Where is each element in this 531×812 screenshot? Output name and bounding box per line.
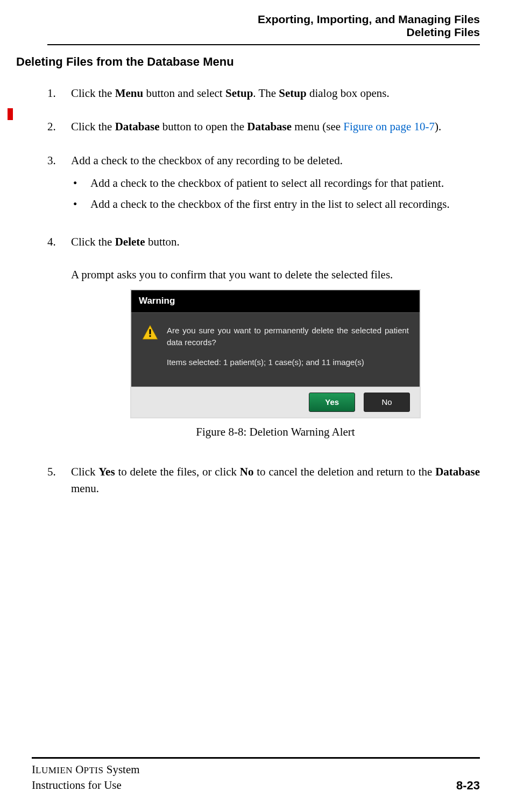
footer-rule	[32, 757, 480, 759]
step-number: 4.	[47, 234, 71, 464]
dialog-footer: Yes No	[131, 387, 420, 417]
step-2: 2. Click the Database button to open the…	[47, 118, 480, 135]
bullet-icon: •	[71, 196, 90, 212]
list-item: • Add a check to the checkbox of the fir…	[71, 196, 480, 212]
footer-doc-type: Instructions for Use	[32, 778, 140, 793]
svg-rect-1	[150, 329, 151, 334]
step-body: Click the Database button to open the Da…	[71, 118, 480, 135]
dialog-body: Are you sure you want to permanently del…	[131, 313, 420, 387]
step-body: Click the Delete button. A prompt asks y…	[71, 234, 480, 464]
figure-caption: Figure 8-8: Deletion Warning Alert	[71, 424, 480, 440]
step-number: 1.	[47, 85, 71, 101]
list-item: • Add a check to the checkbox of patient…	[71, 175, 480, 191]
header-section: Deleting Files	[9, 26, 480, 39]
footer-left: ILUMIEN OPTIS System Instructions for Us…	[32, 762, 140, 793]
step-5: 5. Click Yes to delete the files, or cli…	[47, 464, 480, 496]
bullet-icon: •	[71, 175, 90, 191]
dialog-message-1: Are you sure you want to permanently del…	[167, 325, 409, 349]
step-body: Click Yes to delete the files, or click …	[71, 464, 480, 496]
figure-xref-link[interactable]: Figure on page 10-7	[343, 120, 435, 133]
no-button[interactable]: No	[364, 393, 410, 412]
header-rule	[47, 44, 480, 45]
step-number: 3.	[47, 152, 71, 216]
step-body: Click the Menu button and select Setup. …	[71, 85, 480, 101]
step-4: 4. Click the Delete button. A prompt ask…	[47, 234, 480, 464]
page-header: Exporting, Importing, and Managing Files…	[9, 13, 480, 39]
footer-product-name: ILUMIEN OPTIS System	[32, 762, 140, 777]
dialog-messages: Are you sure you want to permanently del…	[167, 325, 409, 376]
dialog-figure: Warning Are you sure you want to permane…	[71, 289, 480, 418]
step-body: Add a check to the checkbox of any recor…	[71, 152, 480, 216]
header-chapter: Exporting, Importing, and Managing Files	[9, 13, 480, 26]
step-3: 3. Add a check to the checkbox of any re…	[47, 152, 480, 216]
step-number: 2.	[47, 118, 71, 135]
step-prompt: A prompt asks you to confirm that you wa…	[71, 267, 480, 283]
revision-mark	[8, 108, 13, 120]
section-title: Deleting Files from the Database Menu	[16, 55, 480, 69]
page-number: 8-23	[456, 779, 480, 793]
bullet-list: • Add a check to the checkbox of patient…	[71, 175, 480, 212]
step-1: 1. Click the Menu button and select Setu…	[47, 85, 480, 101]
dialog-message-2: Items selected: 1 patient(s); 1 case(s);…	[167, 356, 409, 369]
yes-button[interactable]: Yes	[309, 393, 355, 412]
steps-list: 1. Click the Menu button and select Setu…	[47, 85, 480, 496]
page-footer: ILUMIEN OPTIS System Instructions for Us…	[9, 757, 480, 793]
step-number: 5.	[47, 464, 71, 496]
warning-dialog: Warning Are you sure you want to permane…	[130, 289, 421, 418]
svg-rect-2	[150, 335, 151, 337]
dialog-title: Warning	[131, 290, 420, 313]
warning-icon	[142, 325, 158, 340]
